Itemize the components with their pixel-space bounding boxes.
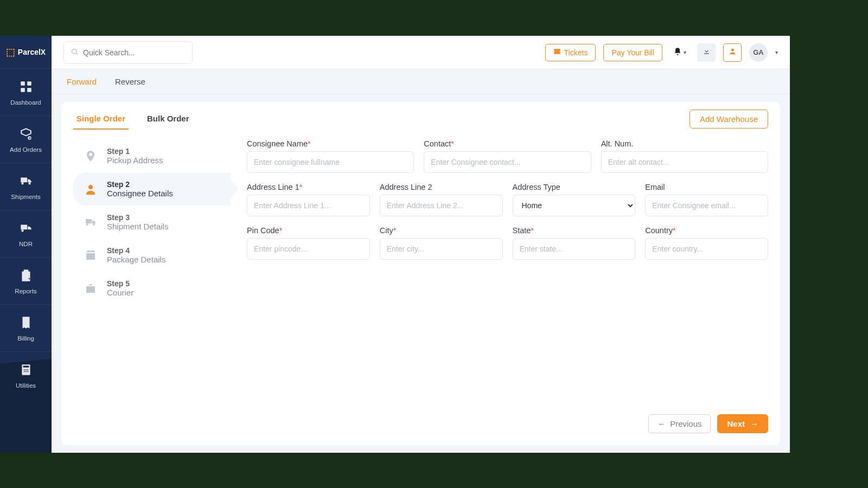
country-input[interactable] [645, 238, 768, 260]
consignee-name-label: Consignee Name* [247, 139, 414, 148]
state-input[interactable] [513, 238, 636, 260]
avatar[interactable]: GA [749, 43, 768, 62]
main: Tickets Pay Your Bill ▾ GA ▾ Forward R [52, 36, 790, 453]
contact-input[interactable] [424, 151, 591, 173]
svg-point-12 [72, 49, 77, 54]
briefcase-icon [83, 281, 98, 296]
bell-icon [673, 47, 682, 58]
nav-add-orders[interactable]: Add Orders [0, 115, 52, 163]
chevron-down-icon: ▾ [684, 49, 686, 55]
search-field[interactable] [83, 48, 186, 57]
person-icon [83, 182, 98, 197]
svg-rect-1 [27, 81, 31, 86]
address2-input[interactable] [380, 195, 503, 216]
svg-rect-5 [23, 365, 29, 367]
city-label: City* [380, 226, 503, 235]
step-number: Step 5 [107, 279, 133, 288]
previous-button[interactable]: ← Previous [648, 414, 711, 433]
consignee-name-input[interactable] [247, 151, 414, 173]
download-icon [703, 47, 711, 57]
svg-point-13 [731, 49, 734, 52]
truck-icon [83, 215, 98, 230]
chevron-down-icon[interactable]: ▾ [775, 49, 778, 55]
step-title: Package Details [107, 255, 165, 264]
step-package-details[interactable]: Step 4 Package Details [73, 239, 231, 272]
tab-forward[interactable]: Forward [67, 77, 97, 94]
contact-label: Contact* [424, 139, 591, 148]
svg-point-11 [27, 371, 28, 372]
step-number: Step 2 [107, 180, 173, 189]
step-courier[interactable]: Step 5 Courier [73, 272, 231, 305]
email-input[interactable] [645, 195, 768, 216]
clipboard-icon [18, 267, 34, 284]
nav-label: NDR [19, 241, 33, 247]
nav-dashboard[interactable]: Dashboard [0, 68, 52, 115]
order-mode-tabs: Single Order Bulk Order [73, 108, 193, 130]
truck-icon [18, 173, 34, 189]
invoice-icon [18, 314, 34, 331]
consignee-form: Consignee Name* Contact* Alt. Num. [247, 139, 768, 433]
address1-input[interactable] [247, 195, 370, 216]
alt-num-input[interactable] [601, 151, 768, 173]
notifications-button[interactable]: ▾ [670, 43, 690, 62]
next-button[interactable]: Next → [717, 414, 768, 433]
svg-rect-0 [21, 81, 25, 86]
arrow-left-icon: ← [658, 419, 666, 428]
country-label: Country* [645, 226, 768, 235]
package-x-icon [18, 220, 34, 236]
step-number: Step 1 [107, 147, 163, 156]
profile-icon-button[interactable] [723, 43, 742, 62]
nav-reports[interactable]: Reports [0, 257, 52, 304]
topbar: Tickets Pay Your Bill ▾ GA ▾ [52, 36, 790, 69]
nav-utilities[interactable]: Utilities [0, 351, 52, 399]
svg-point-14 [88, 185, 93, 189]
arrow-right-icon: → [750, 419, 758, 428]
step-title: Shipment Details [107, 222, 168, 231]
nav-shipments[interactable]: Shipments [0, 163, 52, 210]
pincode-input[interactable] [247, 238, 370, 260]
box-icon [83, 248, 98, 263]
nav-billing[interactable]: Billing [0, 304, 52, 351]
city-input[interactable] [380, 238, 503, 260]
tickets-label: Tickets [564, 48, 588, 57]
state-label: State* [513, 226, 636, 235]
add-warehouse-button[interactable]: Add Warehouse [690, 110, 768, 129]
step-pickup-address[interactable]: Step 1 Pickup Address [73, 139, 231, 172]
tab-reverse[interactable]: Reverse [115, 77, 145, 94]
svg-rect-2 [21, 88, 25, 92]
address2-label: Address Line 2 [380, 183, 503, 191]
tickets-button[interactable]: Tickets [545, 44, 596, 61]
tab-single-order[interactable]: Single Order [73, 108, 129, 130]
brand-logo: ⬚ ParcelX [0, 36, 52, 68]
step-consignee-details[interactable]: Step 2 Consignee Details [73, 172, 231, 206]
nav-label: Dashboard [10, 99, 41, 106]
stepper: Step 1 Pickup Address Step 2 Consignee D… [73, 139, 231, 433]
sidebar: ⬚ ParcelX Dashboard Add Orders Shipments… [0, 36, 52, 453]
brand-name: ParcelX [18, 48, 46, 56]
alt-num-label: Alt. Num. [601, 139, 768, 148]
step-title: Pickup Address [107, 156, 163, 165]
nav-ndr[interactable]: NDR [0, 210, 52, 257]
address-type-label: Address Type [513, 183, 636, 191]
svg-point-7 [25, 369, 26, 370]
previous-label: Previous [670, 419, 701, 428]
search-icon [71, 48, 79, 57]
avatar-initials: GA [753, 48, 764, 56]
tab-bulk-order[interactable]: Bulk Order [144, 108, 193, 130]
direction-tabs: Forward Reverse [52, 69, 790, 94]
email-label: Email [645, 183, 768, 191]
svg-rect-3 [27, 88, 31, 92]
step-shipment-details[interactable]: Step 3 Shipment Details [73, 206, 231, 239]
download-button[interactable] [697, 43, 716, 62]
search-input[interactable] [63, 41, 193, 64]
nav-label: Shipments [11, 194, 40, 200]
map-pin-icon [83, 149, 98, 164]
step-number: Step 4 [107, 246, 165, 255]
pay-bill-button[interactable]: Pay Your Bill [603, 44, 662, 61]
box-plus-icon [18, 126, 34, 142]
pincode-label: Pin Code* [247, 226, 370, 235]
address-type-select[interactable]: Home [513, 195, 636, 216]
step-title: Courier [107, 288, 133, 297]
step-title: Consignee Details [107, 189, 173, 198]
nav-label: Utilities [16, 382, 36, 389]
